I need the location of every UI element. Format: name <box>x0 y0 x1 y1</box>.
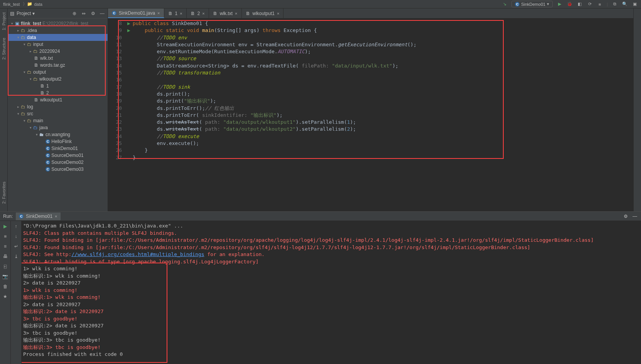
code-line[interactable]: 20 ds.printToErr();// 红色输出 <box>108 105 633 112</box>
structure-tool-button[interactable]: 2: Structure <box>2 38 6 60</box>
help-icon[interactable]: ★ <box>2 293 8 300</box>
collapse-icon[interactable]: ⇔ <box>81 10 87 17</box>
code-line[interactable]: 10 //TODO env <box>108 34 633 41</box>
code-line[interactable]: 19 ds.print("输出标识"); <box>108 98 633 104</box>
console-line: SLF4J: See http://www.slf4j.org/codes.ht… <box>23 251 639 258</box>
close-icon[interactable]: × <box>180 11 182 16</box>
tree-main[interactable]: ▾🗀main <box>8 117 108 124</box>
tab-1[interactable]: 🗎1× <box>164 8 187 18</box>
console-output[interactable]: "D:\Program Files\Java\jdk1.8.0_221\bin\… <box>22 221 641 364</box>
tree-label: SourceDemo01 <box>51 153 83 158</box>
code-line[interactable]: 13 //TODO source <box>108 55 633 62</box>
tree-idea[interactable]: ▸🗀.idea <box>8 27 108 34</box>
print-icon[interactable]: 🖶 <box>2 253 8 260</box>
console-line: 2> date is 20220927 <box>23 280 639 287</box>
tree-sourcedemo03[interactable]: C SourceDemo03 <box>8 166 108 173</box>
code-line[interactable]: 18 ds.print(); <box>108 91 633 98</box>
tree-sourcedemo01[interactable]: C SourceDemo01 <box>8 152 108 159</box>
settings-icon[interactable]: ▣ <box>632 1 638 7</box>
run-tab[interactable]: C SinkDemo01 × <box>16 212 60 220</box>
debug-icon[interactable]: 🐞 <box>567 1 573 7</box>
code-line[interactable]: 26 } <box>108 147 633 154</box>
breadcrumb-current[interactable]: data <box>34 2 42 7</box>
close-icon[interactable]: × <box>277 11 279 16</box>
close-icon[interactable]: × <box>55 214 57 219</box>
run-gutter-icon <box>125 140 133 147</box>
hide-icon[interactable]: — <box>99 10 105 17</box>
code-editor[interactable]: 8▶public class SinkDemo01 {9▶ public sta… <box>108 19 633 211</box>
down-icon[interactable]: ↓ <box>13 233 19 239</box>
code-line[interactable]: 23 ds.writeAsText( path: "data/output/wl… <box>108 126 633 133</box>
settings-gear-icon[interactable]: ⚙ <box>90 10 96 17</box>
code-line[interactable]: 12 env.setRuntimeMode(RuntimeExecutionMo… <box>108 48 633 55</box>
locate-icon[interactable]: ⊕ <box>71 10 78 17</box>
tab-wlkoutput1[interactable]: 🗎wlkoutput1× <box>242 8 284 18</box>
settings-gear-icon[interactable]: ⚙ <box>622 213 629 219</box>
run-configuration-selector[interactable]: C SinkDemo01 ▾ <box>511 1 553 7</box>
favorites-tool-button[interactable]: 2: Favorites <box>2 182 6 204</box>
code-line[interactable]: 14 DataStreamSource<String> ds = env.rea… <box>108 62 633 69</box>
stop-icon[interactable]: ■ <box>597 1 603 7</box>
tree-wlktxt[interactable]: 🗎wlk.txt <box>8 55 108 62</box>
tree-sinkdemo01[interactable]: C SinkDemo01 <box>8 145 108 152</box>
code-line[interactable]: 22 ds.writeAsText( path: "data/output/wl… <box>108 119 633 126</box>
tree-java[interactable]: ▾🗀java <box>8 124 108 131</box>
project-tool-button[interactable]: 1: Project <box>2 12 6 30</box>
stop-icon[interactable]: ■ <box>2 233 8 239</box>
console-link[interactable]: //www.slf4j.org/codes.html#multiple_bind… <box>71 251 204 257</box>
code-line[interactable]: 9▶ public static void main(String[] args… <box>108 27 633 34</box>
project-tree[interactable]: ▾▣flink_test E:\20220922\flink_test ▸🗀.i… <box>8 19 108 211</box>
tree-wlkoutput1[interactable]: 🗎wlkoutput1 <box>8 96 108 103</box>
code-line[interactable]: 11 StreamExecutionEnvironment env = Stre… <box>108 41 633 48</box>
tree-package[interactable]: ▾🖿cn.wangting <box>8 131 108 138</box>
build-icon[interactable]: ↘ <box>501 1 508 7</box>
close-icon[interactable]: × <box>202 11 204 16</box>
tree-20220924[interactable]: ▸🗀20220924 <box>8 48 108 55</box>
run-icon[interactable]: ▶ <box>557 1 563 7</box>
profiler-icon[interactable]: ⟳ <box>587 1 593 7</box>
coverage-icon[interactable]: ◧ <box>577 1 583 7</box>
code-line[interactable]: 21 ds.printToErr( sinkIdentifier: "输出标识"… <box>108 112 633 119</box>
pin-icon[interactable]: ⍇ <box>2 263 8 270</box>
tab-sinkdemo01[interactable]: CSinkDemo01.java× <box>108 8 164 18</box>
close-icon[interactable]: × <box>235 11 237 16</box>
code-line[interactable]: 16 <box>108 76 633 83</box>
tree-wlkoutput2[interactable]: ▾🗀wlkoutput2 <box>8 76 108 83</box>
tree-sourcedemo02[interactable]: C SourceDemo02 <box>8 159 108 166</box>
tree-file2[interactable]: 🗎2 <box>8 89 108 96</box>
run-gutter-icon[interactable]: ▶ <box>125 27 133 34</box>
tree-helloflink[interactable]: C HelloFlink <box>8 138 108 145</box>
tree-file1[interactable]: 🗎1 <box>8 83 108 89</box>
tree-data[interactable]: ▾🗀data <box>8 34 108 41</box>
search-icon[interactable]: 🔍 <box>622 1 628 7</box>
run-gutter-icon[interactable]: ▶ <box>125 20 133 27</box>
tab-wlktxt[interactable]: 🗎wlk.txt× <box>209 8 242 18</box>
scroll-icon[interactable]: ⤓ <box>13 253 19 260</box>
dump-icon[interactable]: 📷 <box>2 273 8 280</box>
code-line[interactable]: 24 //TODO execute <box>108 133 633 140</box>
close-icon[interactable]: × <box>157 11 160 15</box>
git-icon[interactable]: ⧉ <box>612 1 618 7</box>
wrap-icon[interactable]: ↵ <box>13 243 19 249</box>
tree-src[interactable]: ▾🗀src <box>8 110 108 117</box>
delete-icon[interactable]: 🗑 <box>2 283 8 290</box>
tree-wordstar[interactable]: 🗎words.tar.gz <box>8 62 108 69</box>
code-line[interactable]: 15 //TODO transformation <box>108 69 633 76</box>
code-line[interactable]: 8▶public class SinkDemo01 { <box>108 20 633 27</box>
up-icon[interactable]: ↑ <box>13 223 19 229</box>
code-line[interactable]: 25 env.execute(); <box>108 140 633 147</box>
tree-input[interactable]: ▾🗀input <box>8 41 108 48</box>
project-root-row[interactable]: ▾▣flink_test E:\20220922\flink_test <box>8 20 108 27</box>
hide-icon[interactable]: — <box>632 213 638 219</box>
rerun-icon[interactable]: ▶ <box>2 223 8 229</box>
code-line[interactable]: 27} <box>108 154 633 161</box>
layout-icon[interactable]: ≡ <box>2 243 8 249</box>
tree-log[interactable]: ▸🗀log <box>8 103 108 110</box>
tree-label: log <box>27 104 33 110</box>
tree-output[interactable]: ▾🗀output <box>8 69 108 76</box>
code-line[interactable]: 17 //TODO sink <box>108 84 633 91</box>
project-view-selector[interactable]: Project ▾ <box>17 11 35 16</box>
run-gutter-icon <box>125 154 133 161</box>
tab-2[interactable]: 🗎2× <box>187 8 209 18</box>
breadcrumb-root[interactable]: flink_test <box>3 2 20 7</box>
